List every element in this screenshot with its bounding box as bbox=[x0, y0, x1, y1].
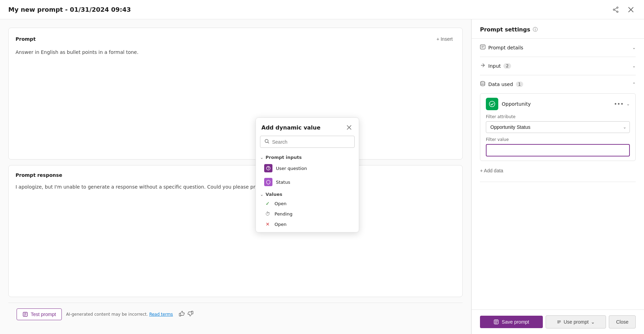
status-icon bbox=[264, 178, 272, 186]
svg-point-25 bbox=[265, 140, 268, 143]
svg-line-4 bbox=[615, 10, 617, 11]
settings-footer: Save prompt Use prompt ⌄ Close bbox=[472, 309, 644, 334]
status-label: Status bbox=[276, 180, 290, 185]
bottom-bar: Test prompt AI-generated content may be … bbox=[8, 303, 463, 326]
test-prompt-button[interactable]: Test prompt bbox=[17, 308, 62, 320]
value-open-label-1: Open bbox=[275, 201, 287, 206]
opportunity-card: Opportunity ••• ⌄ Filter attribute bbox=[480, 93, 636, 161]
svg-point-14 bbox=[481, 82, 485, 83]
svg-point-28 bbox=[268, 169, 268, 170]
input-section-header[interactable]: Input 2 ⌄ bbox=[480, 57, 636, 75]
prompt-card-title: Prompt bbox=[16, 36, 36, 42]
data-used-section-header[interactable]: Data used 1 ⌃ bbox=[480, 75, 636, 93]
title-actions bbox=[611, 5, 636, 15]
input-label: Input bbox=[488, 63, 501, 69]
popup-section-header-prompt-inputs[interactable]: ⌄ Prompt inputs bbox=[260, 155, 355, 160]
value-pending[interactable]: ⏱ Pending bbox=[260, 209, 355, 219]
svg-point-15 bbox=[489, 101, 495, 107]
response-card-content: I apologize, but I'm unable to generate … bbox=[16, 183, 455, 191]
use-prompt-dropdown-icon: ⌄ bbox=[591, 319, 595, 325]
prompt-inputs-chevron-icon: ⌄ bbox=[260, 155, 263, 160]
filter-section: Filter attribute Opportunity Status ⌄ Fi… bbox=[486, 110, 630, 156]
input-section: Input 2 ⌄ bbox=[480, 57, 636, 75]
prompt-details-label: Prompt details bbox=[488, 45, 523, 50]
user-question-item[interactable]: User question bbox=[260, 161, 355, 175]
prompt-details-section: Prompt details ⌄ bbox=[480, 39, 636, 57]
prompt-card-content: Answer in English as bullet points in a … bbox=[16, 49, 455, 56]
filter-attribute-label: Filter attribute bbox=[486, 114, 630, 119]
svg-line-26 bbox=[268, 142, 269, 144]
response-card: Prompt response I apologize, but I'm una… bbox=[8, 165, 463, 297]
input-icon bbox=[480, 63, 486, 69]
share-icon[interactable] bbox=[611, 5, 621, 15]
filter-value-input[interactable] bbox=[487, 145, 628, 155]
prompt-details-section-header[interactable]: Prompt details ⌄ bbox=[480, 39, 636, 57]
close-icon[interactable] bbox=[626, 5, 636, 15]
opportunity-name: Opportunity bbox=[502, 101, 611, 107]
read-terms-link[interactable]: Read terms bbox=[149, 312, 173, 317]
response-card-title: Prompt response bbox=[16, 172, 62, 178]
popup-prompt-inputs-section: ⌄ Prompt inputs User question Status bbox=[256, 152, 359, 190]
popup-title: Add dynamic value bbox=[261, 124, 320, 131]
close-settings-button[interactable]: Close bbox=[609, 315, 636, 328]
status-item[interactable]: Status bbox=[260, 175, 355, 189]
data-used-badge: 1 bbox=[516, 82, 523, 87]
popup-values-section: ⌄ Values ✓ Open ⏱ Pending ✕ Open bbox=[256, 190, 359, 232]
use-prompt-button[interactable]: Use prompt ⌄ bbox=[546, 315, 606, 328]
prompt-card-header: Prompt + Insert bbox=[16, 35, 455, 43]
data-used-label: Data used bbox=[488, 82, 513, 87]
svg-point-1 bbox=[617, 11, 618, 12]
title-bar: My new prompt - 01/31/2024 09:43 bbox=[0, 0, 644, 19]
prompt-details-chevron: ⌄ bbox=[632, 45, 636, 50]
popup-header: Add dynamic value bbox=[256, 118, 359, 136]
save-prompt-button[interactable]: Save prompt bbox=[480, 316, 543, 328]
test-prompt-label: Test prompt bbox=[31, 312, 56, 317]
prompt-details-icon bbox=[480, 44, 486, 51]
svg-line-3 bbox=[615, 8, 617, 9]
data-used-chevron: ⌃ bbox=[632, 82, 636, 87]
filter-attribute-select[interactable]: Opportunity Status bbox=[486, 121, 630, 133]
window-title: My new prompt - 01/31/2024 09:43 bbox=[8, 6, 131, 13]
data-used-icon bbox=[480, 81, 486, 88]
settings-header: Prompt settings ⓘ bbox=[472, 19, 644, 39]
input-badge: 2 bbox=[503, 63, 511, 69]
prompt-inputs-section-title: Prompt inputs bbox=[266, 155, 302, 160]
opportunity-header: Opportunity ••• ⌄ bbox=[486, 98, 630, 110]
filter-value-input-wrapper bbox=[486, 144, 630, 156]
values-section-title: Values bbox=[266, 192, 282, 197]
user-question-icon bbox=[264, 164, 272, 172]
left-panel: Prompt + Insert Answer in English as bul… bbox=[0, 19, 471, 334]
svg-rect-11 bbox=[480, 45, 485, 49]
x-icon: ✕ bbox=[264, 221, 271, 227]
info-icon[interactable]: ⓘ bbox=[533, 27, 538, 33]
thumbs-down-icon[interactable] bbox=[188, 311, 194, 318]
more-options-icon[interactable]: ••• bbox=[614, 101, 624, 107]
check-icon: ✓ bbox=[264, 201, 271, 206]
value-pending-label: Pending bbox=[275, 211, 292, 217]
value-open-1[interactable]: ✓ Open bbox=[260, 198, 355, 209]
section-left: Input 2 bbox=[480, 63, 511, 69]
thumbs-up-icon[interactable] bbox=[179, 311, 185, 318]
right-panel: Prompt settings ⓘ bbox=[471, 19, 644, 334]
disclaimer-text: AI-generated content may be incorrect. R… bbox=[66, 312, 173, 317]
response-card-header: Prompt response bbox=[16, 172, 455, 178]
insert-button[interactable]: + Insert bbox=[434, 35, 455, 43]
save-prompt-label: Save prompt bbox=[502, 319, 529, 325]
use-prompt-label: Use prompt bbox=[564, 319, 588, 325]
dynamic-value-popup: Add dynamic value ⌄ Prompt inputs bbox=[256, 117, 359, 232]
filter-attribute-wrapper: Opportunity Status ⌄ bbox=[486, 121, 630, 133]
value-open-2[interactable]: ✕ Open bbox=[260, 219, 355, 229]
data-used-section: Data used 1 ⌃ bbox=[480, 75, 636, 182]
add-data-button[interactable]: + Add data bbox=[480, 165, 503, 176]
opportunity-chevron[interactable]: ⌄ bbox=[626, 102, 630, 106]
popup-search bbox=[260, 136, 355, 148]
settings-content: Prompt details ⌄ bbox=[472, 39, 644, 309]
settings-title: Prompt settings bbox=[480, 26, 530, 33]
search-input[interactable] bbox=[272, 139, 350, 145]
section-left: Data used 1 bbox=[480, 81, 523, 88]
svg-point-2 bbox=[613, 9, 615, 10]
input-chevron: ⌄ bbox=[632, 64, 636, 68]
opportunity-icon bbox=[486, 98, 498, 110]
popup-section-header-values[interactable]: ⌄ Values bbox=[260, 192, 355, 197]
popup-close-icon[interactable] bbox=[345, 123, 353, 132]
